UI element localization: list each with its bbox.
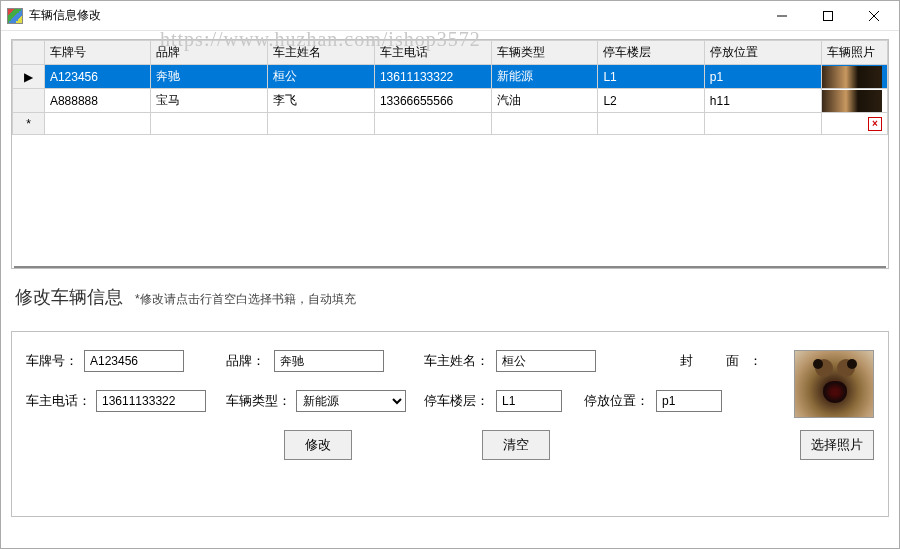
maximize-button[interactable] (805, 1, 851, 30)
minimize-button[interactable] (759, 1, 805, 30)
app-icon (7, 8, 23, 24)
row-header[interactable]: ▶ (13, 65, 45, 89)
row-header[interactable]: * (13, 113, 45, 135)
grid-cell[interactable] (598, 113, 704, 135)
form-title-row: 修改车辆信息 *修改请点击行首空白选择书籍，自动填充 (11, 285, 889, 309)
window-controls (759, 1, 897, 30)
grid-cell[interactable] (268, 113, 374, 135)
form-hint: *修改请点击行首空白选择书籍，自动填充 (135, 291, 356, 308)
grid-cell[interactable]: L2 (598, 89, 704, 113)
x-icon[interactable]: × (868, 117, 882, 131)
grid-cell[interactable] (704, 113, 821, 135)
col-brand[interactable]: 品牌 (151, 41, 268, 65)
grid-corner (13, 41, 45, 65)
label-plate: 车牌号： (26, 352, 84, 370)
form-title: 修改车辆信息 (15, 285, 123, 309)
vehicle-grid[interactable]: 车牌号 品牌 车主姓名 车主电话 车辆类型 停车楼层 停放位置 车辆照片 ▶A1… (12, 40, 888, 135)
grid-cell[interactable] (491, 113, 597, 135)
table-row[interactable]: *× (13, 113, 888, 135)
cover-area: 封 面： (680, 350, 874, 418)
col-plate[interactable]: 车牌号 (44, 41, 150, 65)
label-position: 停放位置： (584, 392, 656, 410)
col-photo[interactable]: 车辆照片 (821, 41, 887, 65)
grid-cell[interactable] (44, 113, 150, 135)
window-title: 车辆信息修改 (29, 7, 759, 24)
input-owner-phone[interactable] (96, 390, 206, 412)
grid-cell[interactable]: A888888 (44, 89, 150, 113)
photo-thumbnail (822, 66, 882, 88)
titlebar: 车辆信息修改 (1, 1, 899, 31)
grid-cell[interactable]: 奔驰 (151, 65, 268, 89)
grid-photo-cell[interactable]: × (821, 113, 887, 135)
svg-rect-1 (824, 11, 833, 20)
label-owner-phone: 车主电话： (26, 392, 96, 410)
clear-button[interactable]: 清空 (482, 430, 550, 460)
grid-header-row: 车牌号 品牌 车主姓名 车主电话 车辆类型 停车楼层 停放位置 车辆照片 (13, 41, 888, 65)
grid-cell[interactable]: 汽油 (491, 89, 597, 113)
grid-cell[interactable]: 13611133322 (374, 65, 491, 89)
photo-thumbnail (822, 90, 882, 112)
grid-photo-cell[interactable] (821, 89, 887, 113)
content-area: https://www.huzhan.com/ishop3572 车牌号 品牌 … (1, 31, 899, 548)
label-owner-name: 车主姓名： (424, 352, 496, 370)
select-vehicle-type[interactable]: 新能源 (296, 390, 406, 412)
button-row: 修改 清空 选择照片 (26, 430, 874, 460)
modify-button[interactable]: 修改 (284, 430, 352, 460)
table-row[interactable]: A888888宝马李飞13366655566汽油L2h11 (13, 89, 888, 113)
form-section: 修改车辆信息 *修改请点击行首空白选择书籍，自动填充 车牌号： 品牌： 车主姓名… (11, 285, 889, 517)
grid-cell[interactable]: 李飞 (268, 89, 374, 113)
col-vehicle-type[interactable]: 车辆类型 (491, 41, 597, 65)
grid-cell[interactable]: A123456 (44, 65, 150, 89)
choose-photo-button[interactable]: 选择照片 (800, 430, 874, 460)
grid-bottom-rule (14, 266, 886, 268)
label-vehicle-type: 车辆类型： (226, 392, 296, 410)
grid-cell[interactable]: p1 (704, 65, 821, 89)
input-plate[interactable] (84, 350, 184, 372)
input-owner-name[interactable] (496, 350, 596, 372)
grid-cell[interactable]: h11 (704, 89, 821, 113)
col-floor[interactable]: 停车楼层 (598, 41, 704, 65)
grid-cell[interactable] (374, 113, 491, 135)
input-floor[interactable] (496, 390, 562, 412)
col-position[interactable]: 停放位置 (704, 41, 821, 65)
label-floor: 停车楼层： (424, 392, 496, 410)
grid-photo-cell[interactable] (821, 65, 887, 89)
window-root: 车辆信息修改 https://www.huzhan.com/ishop3572 … (0, 0, 900, 549)
table-row[interactable]: ▶A123456奔驰桓公13611133322新能源L1p1 (13, 65, 888, 89)
grid-panel: 车牌号 品牌 车主姓名 车主电话 车辆类型 停车楼层 停放位置 车辆照片 ▶A1… (11, 39, 889, 269)
close-button[interactable] (851, 1, 897, 30)
col-owner-name[interactable]: 车主姓名 (268, 41, 374, 65)
input-brand[interactable] (274, 350, 384, 372)
grid-cell[interactable]: 桓公 (268, 65, 374, 89)
row-header[interactable] (13, 89, 45, 113)
col-owner-phone[interactable]: 车主电话 (374, 41, 491, 65)
label-cover: 封 面： (680, 352, 772, 370)
form-panel: 车牌号： 品牌： 车主姓名： 车主电话： (11, 331, 889, 517)
cover-image (794, 350, 874, 418)
grid-cell[interactable]: 13366655566 (374, 89, 491, 113)
label-brand: 品牌： (226, 352, 274, 370)
grid-cell[interactable]: 新能源 (491, 65, 597, 89)
grid-cell[interactable] (151, 113, 268, 135)
grid-cell[interactable]: 宝马 (151, 89, 268, 113)
grid-cell[interactable]: L1 (598, 65, 704, 89)
